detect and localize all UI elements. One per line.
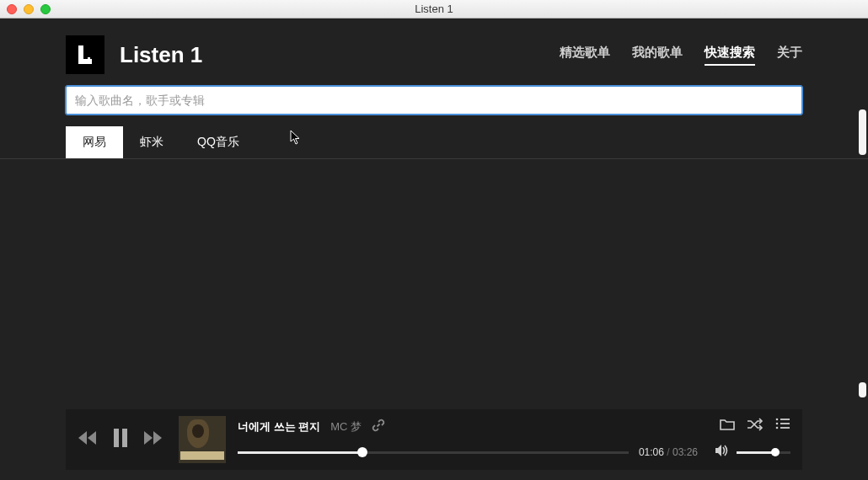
app-logo <box>66 35 104 74</box>
time-duration: 03:26 <box>672 446 698 458</box>
playlist-icon[interactable] <box>775 418 790 435</box>
nav-about[interactable]: 关于 <box>777 45 802 66</box>
app-header: Listen 1 精选歌单 我的歌单 快速搜索 关于 <box>0 19 868 84</box>
svg-rect-4 <box>122 429 127 447</box>
brand-title: Listen 1 <box>120 42 202 68</box>
search-row <box>0 86 868 115</box>
source-tab-xiami[interactable]: 虾米 <box>123 126 180 158</box>
previous-track-button[interactable] <box>78 430 98 449</box>
close-window-button[interactable] <box>7 4 17 14</box>
link-icon[interactable] <box>372 419 385 435</box>
svg-point-7 <box>776 423 779 425</box>
nav-featured-playlists[interactable]: 精选歌单 <box>560 45 610 66</box>
vertical-scrollbar[interactable] <box>856 109 868 397</box>
next-track-button[interactable] <box>143 430 163 449</box>
window-title: Listen 1 <box>415 3 453 15</box>
nav-quick-search[interactable]: 快速搜索 <box>705 45 755 66</box>
play-pause-button[interactable] <box>113 429 128 451</box>
minimize-window-button[interactable] <box>24 4 34 14</box>
top-nav: 精选歌单 我的歌单 快速搜索 关于 <box>560 45 802 66</box>
volume-slider[interactable] <box>737 451 790 454</box>
open-folder-icon[interactable] <box>720 418 735 435</box>
album-art[interactable] <box>179 416 226 463</box>
time-elapsed: 01:06 <box>639 446 664 458</box>
track-artist[interactable]: MC 梦 <box>330 419 362 435</box>
source-tab-netease[interactable]: 网易 <box>66 126 123 158</box>
progress-slider[interactable] <box>238 451 629 454</box>
svg-point-9 <box>776 427 779 429</box>
search-input[interactable] <box>66 86 802 115</box>
player-bar: 너에게 쓰는 편지 MC 梦 <box>66 409 802 470</box>
svg-point-5 <box>776 419 779 421</box>
logo-icon <box>73 43 97 67</box>
shuffle-icon[interactable] <box>747 418 764 435</box>
maximize-window-button[interactable] <box>40 4 51 14</box>
source-tab-qq[interactable]: QQ音乐 <box>180 126 256 158</box>
window-titlebar: Listen 1 <box>0 0 868 19</box>
track-title: 너에게 쓰는 편지 <box>238 419 320 435</box>
svg-rect-2 <box>88 57 90 60</box>
volume-icon[interactable] <box>715 444 730 461</box>
svg-rect-3 <box>114 429 119 447</box>
nav-my-playlists[interactable]: 我的歌单 <box>632 45 683 66</box>
app-window: Listen 1 精选歌单 我的歌单 快速搜索 关于 网易 虾米 QQ音乐 <box>0 19 868 480</box>
source-tabs: 网易 虾米 QQ音乐 <box>0 115 868 159</box>
